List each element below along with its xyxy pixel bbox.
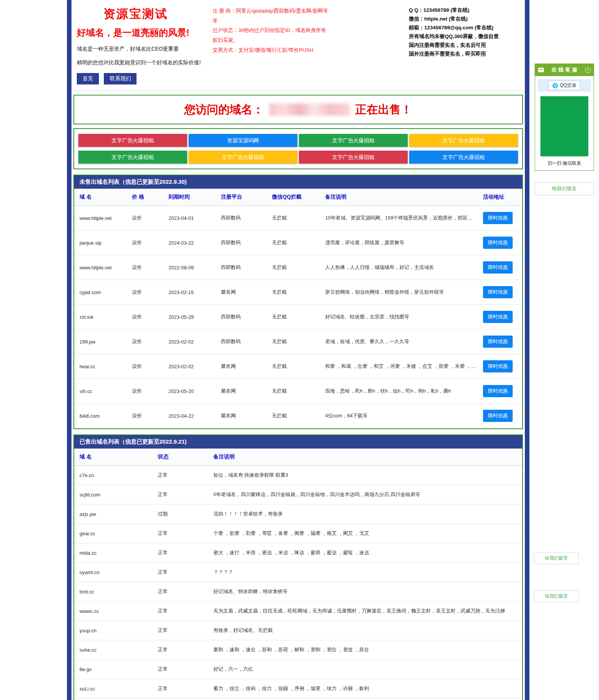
- ad-slot[interactable]: 文字广告火爆招租: [78, 151, 187, 164]
- domain-cell: xuLi.cc: [74, 679, 155, 698]
- col-expire: 到期时间: [165, 189, 218, 206]
- leave-message-link[interactable]: 给我们留言: [535, 182, 594, 195]
- contact-note-2: 国内注册商需要实名，实名后可用: [409, 41, 521, 50]
- table-row: tnnt.cc 正常 好记域名、特浓奶糖，特浓拿铁等: [74, 582, 522, 601]
- customer-service-header: 在线客服 i: [535, 64, 594, 76]
- platform-cell: 西部数码: [218, 206, 269, 231]
- table-row: oyamt.cn 正常 ？？？？: [74, 563, 522, 582]
- status-cell: 正常: [155, 563, 210, 582]
- table-row: geai.cc 正常 个爱 ，歌爱 ，割爱 ，哥哎 ，各爱 ，阁爱 ，隔爱 ，格…: [74, 524, 522, 543]
- note-cell: 0年老域名，四川聚锋达，四川金福袋，四川金福地，四川金丰达吗，商场九分店,四川金…: [210, 485, 522, 504]
- status-cell: 正常: [155, 582, 210, 601]
- transfer-label: 过户状态：: [213, 27, 238, 33]
- note-cell: 素和 ，速和 ，速合 ，苏和 ，苏荷 ，鲜和 ，塑和 ，塑合 ，塑盒 ，苏合: [210, 640, 522, 660]
- price-cell: 议价: [129, 404, 165, 428]
- customer-service-panel: 在线客服 i Q QQ交谈 扫一扫 微信联系: [535, 64, 594, 171]
- block-cell: 无拦截: [269, 255, 322, 280]
- note-cell: 有收录，好记域名、无拦截: [210, 621, 522, 640]
- col-platform: 注册平台: [218, 189, 269, 206]
- note-cell: 蓄力 ，徐立 ，徐莉 ，徐力 ，徐丽 ，序例 ，墟里 ，续力 ，许丽 ，叙利: [210, 679, 522, 698]
- block-cell: 无拦截: [269, 305, 322, 329]
- ad-slot[interactable]: 文字广告火爆招租: [189, 151, 297, 164]
- ad-slot[interactable]: 文字广告火爆招租: [299, 151, 408, 164]
- note-cell: 漂亮屋，评论屋，陪练屋，霹雳舞等: [322, 231, 480, 255]
- wechat-qr-code: [540, 96, 588, 156]
- expire-cell: 2023-04-22: [165, 404, 218, 428]
- ad-slot[interactable]: 文字广告火爆招租: [78, 134, 187, 147]
- contact-note-1: 所有域名均未被QQ,360屏蔽，微信自查: [409, 32, 521, 41]
- contact-wechat: 微信：httple.net (常在线): [409, 15, 521, 24]
- price-cell: 议价: [129, 354, 165, 379]
- limited-offer-button[interactable]: 限时优惠: [483, 360, 513, 372]
- col-price: 价 格: [129, 189, 165, 206]
- note-cell: 好记，六一，六亿: [210, 660, 522, 679]
- limited-offer-button[interactable]: 限时优惠: [483, 311, 513, 323]
- ad-slot[interactable]: 文字广告火爆招租: [409, 134, 518, 147]
- limited-offer-button[interactable]: 限时优惠: [483, 385, 513, 397]
- contact-info: Q Q：123456789 (常在线) 微信：httple.net (常在线) …: [409, 6, 521, 66]
- expire-cell: 2023-02-02: [165, 329, 218, 354]
- leave-message-floating-link[interactable]: 给我们留言: [534, 552, 579, 564]
- expire-cell: 2023-05-20: [165, 379, 218, 404]
- table-row: heai.cc 议价 2023-02-02 聚名网 无拦截 和爱 ，和蔼 ，合爱…: [74, 354, 522, 379]
- note-cell: 4位com，64下载等: [322, 404, 480, 428]
- note-cell: 人人热播，人人日报，绒瑞绒布，好记，主流域名: [322, 255, 480, 280]
- limited-offer-button[interactable]: 限时优惠: [483, 286, 513, 298]
- status-cell: 正常: [155, 601, 210, 621]
- note-cell: 密大 ，迷打 ，米搭 ，密达 ，米达 ，咪达 ，蜜搭 ，蜜达 ，蜜哒 ，迷达: [210, 543, 522, 563]
- platform-cell: 西部数码: [218, 255, 269, 280]
- blurred-domain: [269, 103, 350, 116]
- sold-domains-section: 已售出域名列表（信息已更新至2022.9.21) 域 名 状态 备注说明 c7e…: [73, 434, 523, 700]
- limited-offer-button[interactable]: 限时优惠: [483, 237, 513, 249]
- table-row: nntn.net 正常 无: [74, 698, 522, 700]
- qq-chat-button[interactable]: Q QQ交谈: [548, 81, 580, 90]
- limited-offer-button[interactable]: 限时优惠: [483, 261, 513, 274]
- ad-slot[interactable]: 资源宝源码网: [189, 134, 297, 147]
- chat-bubble-icon: [538, 68, 544, 72]
- expire-cell: 2023-04-01: [165, 206, 218, 231]
- limited-offer-button[interactable]: 限时优惠: [483, 410, 513, 422]
- block-cell: 无拦截: [269, 354, 322, 379]
- table-row: 64dl.com 议价 2023-04-22 聚名网 无拦截 4位com，64下…: [74, 404, 522, 428]
- domain-cell: 199.pw: [74, 329, 129, 354]
- col-block: 微信QQ拦截: [269, 189, 322, 206]
- table-header-row: 域 名 状态 备注说明: [74, 449, 522, 466]
- domain-cell: sih.cc: [74, 379, 129, 404]
- table-row: wwwc.cc 正常 无为文昌，武威文昌，往往无成，旺旺网域，无为伟诚，伍屋围村…: [74, 601, 522, 621]
- limited-offer-button[interactable]: 限时优惠: [483, 212, 513, 224]
- nav-bar: 首页 联系我们: [77, 73, 525, 84]
- note-cell: 无为文昌，武威文昌，往往无成，旺旺网域，无为伟诚，伍屋围村，万舞逶迟，吴王挽词，…: [210, 601, 522, 621]
- domain-cell: c7e.cn: [74, 466, 155, 485]
- block-cell: 无拦截: [269, 231, 322, 255]
- price-cell: 议价: [129, 231, 165, 255]
- col-action: 活动地址: [480, 189, 522, 206]
- status-cell: 正常: [155, 698, 210, 700]
- ad-slot[interactable]: 文字广告火爆招租: [299, 134, 408, 147]
- info-icon[interactable]: i: [585, 67, 591, 73]
- domain-cell: nntn.net: [74, 698, 155, 700]
- block-cell: 无拦截: [269, 329, 322, 354]
- block-cell: 无拦截: [269, 280, 322, 305]
- note-cell: 短位，域名有 快速收录权限 权重3: [210, 466, 522, 485]
- status-cell: 过期: [155, 504, 210, 524]
- nav-contact-button[interactable]: 联系我们: [104, 73, 137, 84]
- leave-message-floating-link[interactable]: 给我们留言: [534, 590, 579, 602]
- platform-cell: 聚名网: [218, 354, 269, 379]
- table-row: c7e.cn 正常 短位，域名有 快速收录权限 权重3: [74, 466, 522, 485]
- limited-offer-button[interactable]: 限时优惠: [483, 336, 513, 348]
- expire-cell: 2024-03-22: [165, 231, 218, 255]
- table-row: zzt.ink 议价 2023-05-29 西部数码 无拦截 好记域名、柱状图，…: [74, 305, 522, 329]
- expire-cell: 2023-02-15: [165, 280, 218, 305]
- domain-cell: suhe.cc: [74, 640, 155, 660]
- platform-cell: 聚名网: [218, 280, 269, 305]
- nav-home-button[interactable]: 首页: [77, 73, 99, 84]
- main-container: 资源宝测试 好域名，是一道亮丽的风景! 域名是一种无形资产，好域名比CEO更重要…: [67, 0, 529, 700]
- price-cell: 议价: [129, 206, 165, 231]
- ad-slot[interactable]: 文字广告火爆招租: [409, 151, 518, 164]
- registrar-label: 注 册 商：: [213, 8, 236, 14]
- col-status: 状态: [155, 449, 210, 466]
- customer-service-title: 在线客服: [545, 67, 585, 73]
- domain-cell: www.httple.net: [74, 206, 129, 231]
- status-cell: 正常: [155, 679, 210, 698]
- note-cell: ？？？？: [210, 563, 522, 582]
